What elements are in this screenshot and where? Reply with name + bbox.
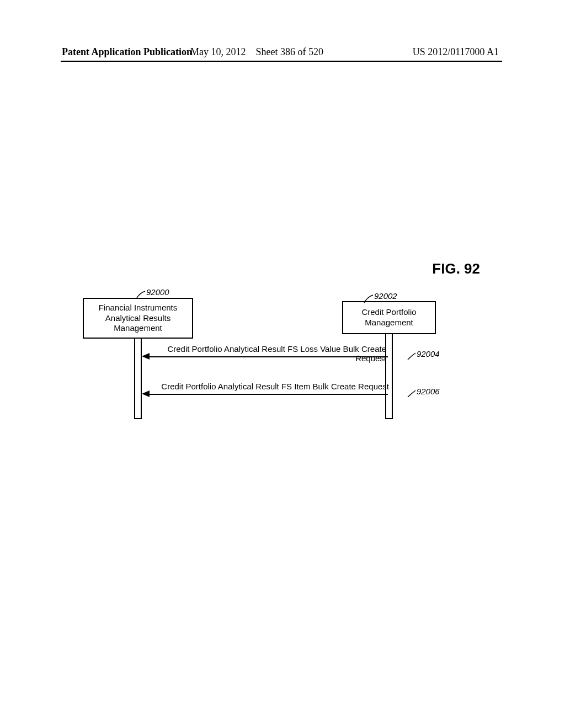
page-header: Patent Application Publication May 10, 2… (0, 46, 565, 58)
message-2-arrow-line (146, 394, 388, 395)
message-2-arrow-head-icon (142, 390, 150, 397)
sequence-diagram: Financial Instruments Analytical Results… (66, 290, 502, 456)
header-date: May 10, 2012 (190, 46, 246, 57)
leader-line-icon (134, 290, 146, 300)
block-left-label: Financial Instruments Analytical Results… (99, 303, 178, 334)
message-1-label: Credit Portfolio Analytical Result FS Lo… (154, 344, 386, 363)
block-right: Credit Portfolio Management (342, 301, 436, 334)
header-center: May 10, 2012 Sheet 386 of 520 (190, 46, 327, 58)
message-2-label: Credit Portfolio Analytical Result FS It… (157, 382, 389, 391)
leader-line-icon (407, 351, 417, 361)
block-left: Financial Instruments Analytical Results… (83, 298, 193, 339)
ref-92006-text: 92006 (417, 387, 440, 396)
message-1-arrow-line (146, 356, 388, 357)
header-pubno: US 2012/0117000 A1 (413, 46, 499, 58)
block-right-label: Credit Portfolio Management (361, 307, 416, 328)
ref-92002-text: 92002 (374, 291, 397, 301)
message-1-arrow-head-icon (142, 353, 150, 360)
header-rule (61, 61, 502, 62)
ref-92006: 92006 (417, 387, 440, 396)
lifeline-right (385, 333, 393, 419)
ref-92000-text: 92000 (146, 287, 169, 297)
leader-line-icon (362, 294, 374, 304)
ref-92000: 92000 (146, 287, 169, 297)
header-sheet: Sheet 386 of 520 (256, 46, 323, 57)
ref-92004: 92004 (417, 349, 440, 358)
figure-title: FIG. 92 (432, 260, 480, 277)
leader-line-icon (407, 388, 417, 398)
page: Patent Application Publication May 10, 2… (0, 0, 565, 728)
header-publication: Patent Application Publication (62, 46, 192, 58)
ref-92004-text: 92004 (417, 349, 440, 358)
ref-92002: 92002 (374, 291, 397, 301)
lifeline-left (134, 338, 142, 419)
